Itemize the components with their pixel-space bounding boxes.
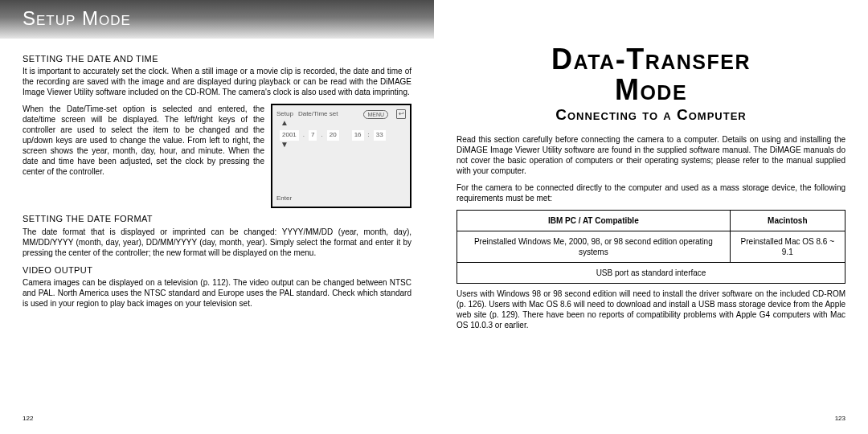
td-mac: Preinstalled Mac OS 8.6 ~ 9.1 — [730, 231, 845, 263]
lcd-enter: Enter — [276, 194, 292, 203]
page-number-right: 123 — [835, 415, 845, 423]
left-page: Setup Mode Setting the Date and Time It … — [0, 0, 434, 434]
para-date-format: The date format that is displayed or imp… — [23, 227, 411, 258]
compat-table: IBM PC / AT Compatible Macintosh Preinst… — [457, 210, 845, 284]
lcd-minute: 33 — [374, 130, 386, 140]
lcd-values: 2001 . 7 . 20 16 : 33 — [276, 130, 406, 140]
heading-date-format: Setting the Date Format — [23, 213, 411, 224]
lcd-setup-label: Setup — [276, 110, 293, 118]
left-content: Setting the Date and Time It is importan… — [23, 0, 411, 309]
down-arrow-icon: ▼ — [276, 141, 289, 149]
section-title: Setup Mode — [23, 7, 131, 29]
para-date-time: It is important to accurately set the cl… — [23, 66, 411, 97]
heading-video-output: Video Output — [23, 264, 411, 276]
lcd-sep2: . — [321, 131, 322, 139]
page-spread: Setup Mode Setting the Date and Time It … — [0, 0, 868, 434]
lcd-day: 20 — [327, 130, 339, 140]
row-lcd: When the Date/Time-set option is selecte… — [23, 104, 411, 208]
lcd-year: 2001 — [280, 130, 299, 140]
lcd-mode-label: Date/Time set — [298, 110, 338, 118]
right-para1: Read this section carefully before conne… — [457, 134, 845, 176]
heading-date-time: Setting the Date and Time — [23, 53, 411, 64]
return-icon: ↩ — [396, 109, 406, 119]
chapter-title-b: Mode — [457, 75, 845, 105]
section-header: Setup Mode — [0, 0, 434, 39]
right-para3: Users with Windows 98 or 98 second editi… — [457, 289, 845, 330]
chapter-title-a: Data-Transfer — [457, 44, 845, 75]
lcd-figure: Setup Date/Time set MENU ↩ ▲ 2001 . 7 . … — [271, 104, 411, 208]
lcd-menu-label: MENU — [363, 110, 388, 119]
th-pc: IBM PC / AT Compatible — [457, 211, 731, 231]
td-pc: Preinstalled Windows Me, 2000, 98, or 98… — [457, 231, 731, 263]
right-para2: For the camera to be connected directly … — [457, 182, 845, 203]
td-usb: USB port as standard interface — [457, 263, 845, 284]
lcd-hour: 16 — [352, 130, 364, 140]
lcd-sep: . — [303, 131, 305, 139]
page-number-left: 122 — [23, 415, 33, 423]
lcd-colon: : — [368, 131, 370, 139]
lcd-month: 7 — [309, 130, 317, 140]
lcd-header: Setup Date/Time set MENU ↩ — [276, 109, 406, 119]
para-lcd-desc: When the Date/Time-set option is selecte… — [23, 104, 264, 202]
right-page: Data-Transfer Mode Connecting to a Compu… — [434, 0, 868, 434]
chapter-subtitle: Connecting to a Computer — [457, 105, 845, 125]
para-video-output: Camera images can be displayed on a tele… — [23, 277, 411, 309]
up-arrow-icon: ▲ — [276, 119, 289, 127]
th-mac: Macintosh — [730, 211, 845, 231]
